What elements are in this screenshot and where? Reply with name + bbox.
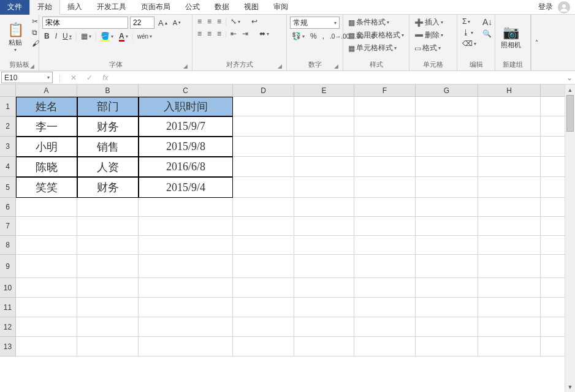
cell-G4[interactable] [416,157,478,177]
increase-indent-button[interactable]: ⇥ [240,29,250,39]
cell-B3[interactable]: 销售 [77,137,139,157]
cell-X9[interactable] [541,255,566,278]
fill-color-button[interactable]: 🪣▾ [99,31,115,41]
cell-F2[interactable] [354,116,416,137]
cell-A2[interactable]: 李一 [16,116,77,137]
cell-H6[interactable] [478,198,541,217]
font-size-input[interactable] [130,17,154,29]
cell-C10[interactable] [139,278,233,298]
tab-7[interactable]: 审阅 [266,0,295,15]
cell-H10[interactable] [478,278,541,298]
cell-C3[interactable]: 2015/9/8 [139,137,233,157]
cell-styles-button[interactable]: ▦单元格样式▾ [346,42,406,54]
border-button[interactable]: ▦▾ [79,31,93,41]
avatar[interactable] [558,1,570,13]
scroll-up-button[interactable]: ▲ [565,85,575,95]
cell-H3[interactable] [478,137,541,157]
cell-X2[interactable] [541,116,566,137]
cell-G6[interactable] [416,198,478,217]
cell-E4[interactable] [294,157,354,177]
find-select-button[interactable]: 🔍 [481,29,494,39]
cell-C6[interactable] [139,198,233,217]
cell-A10[interactable] [16,278,77,298]
column-header-E[interactable]: E [294,85,354,96]
tab-0[interactable]: 开始 [29,0,60,15]
row-header-11[interactable]: 11 [0,298,16,317]
cell-D9[interactable] [233,255,294,278]
camera-button[interactable]: 📷 照相机 [498,17,524,59]
cell-H2[interactable] [478,116,541,137]
row-header-4[interactable]: 4 [0,157,16,177]
wrap-text-button[interactable]: ↩ [249,17,259,26]
vertical-scrollbar[interactable]: ▲ ▼ [565,85,575,392]
column-header-F[interactable]: F [354,85,416,96]
cell-C2[interactable]: 2015/9/7 [139,116,233,137]
cell-F4[interactable] [354,157,416,177]
cell-D13[interactable] [233,337,294,356]
fill-button[interactable]: ⭳▾ [460,28,478,37]
row-header-10[interactable]: 10 [0,278,16,298]
cell-D7[interactable] [233,217,294,236]
cell-A11[interactable] [16,298,77,317]
row-header-13[interactable]: 13 [0,337,16,356]
cell-X13[interactable] [541,337,566,356]
merge-center-button[interactable]: ⬌▾ [257,29,271,39]
column-header-B[interactable]: B [77,85,139,96]
cell-E12[interactable] [294,317,354,337]
cell-F12[interactable] [354,317,416,337]
cell-C11[interactable] [139,298,233,317]
cell-F6[interactable] [354,198,416,217]
cell-H12[interactable] [478,317,541,337]
cell-F11[interactable] [354,298,416,317]
dialog-launcher-icon[interactable]: ◢ [278,63,282,69]
cell-A5[interactable]: 笑笑 [16,177,77,198]
cell-H11[interactable] [478,298,541,317]
cell-B4[interactable]: 人资 [77,157,139,177]
italic-button[interactable]: I [53,31,59,41]
cell-F5[interactable] [354,177,416,198]
cell-C7[interactable] [139,217,233,236]
row-header-8[interactable]: 8 [0,236,16,255]
dialog-launcher-icon[interactable]: ◢ [30,63,34,69]
cell-H7[interactable] [478,217,541,236]
select-all-corner[interactable] [0,85,16,96]
column-header-A[interactable]: A [16,85,77,96]
cell-X4[interactable] [541,157,566,177]
cell-G3[interactable] [416,137,478,157]
cell-F9[interactable] [354,255,416,278]
autosum-button[interactable]: Σ▾ [460,17,478,26]
comma-button[interactable]: , [321,31,326,41]
cell-C9[interactable] [139,255,233,278]
align-center-button[interactable]: ≡ [205,29,213,39]
cell-H13[interactable] [478,337,541,356]
cell-D11[interactable] [233,298,294,317]
cell-E6[interactable] [294,198,354,217]
file-tab[interactable]: 文件 [0,0,29,15]
row-header-3[interactable]: 3 [0,137,16,157]
scroll-down-button[interactable]: ▼ [565,382,575,392]
number-format-combo[interactable]: 常规▾ [290,17,340,29]
insert-function-button[interactable]: fx [97,74,113,82]
percent-button[interactable]: % [308,31,319,41]
format-cells-button[interactable]: ▭格式▾ [413,42,454,54]
cell-G7[interactable] [416,217,478,236]
cell-D6[interactable] [233,198,294,217]
bold-button[interactable]: B [42,31,51,41]
cell-X5[interactable] [541,177,566,198]
cell-X3[interactable] [541,137,566,157]
cell-E9[interactable] [294,255,354,278]
column-header-H[interactable]: H [478,85,541,96]
cell-D12[interactable] [233,317,294,337]
row-header-5[interactable]: 5 [0,177,16,198]
cell-C4[interactable]: 2016/6/8 [139,157,233,177]
cell-B2[interactable]: 财务 [77,116,139,137]
cell-E2[interactable] [294,116,354,137]
paste-button[interactable]: 📋 粘贴 ▾ [3,17,28,59]
cell-B1[interactable]: 部门 [77,97,139,116]
row-header-7[interactable]: 7 [0,217,16,236]
cell-A7[interactable] [16,217,77,236]
cell-G13[interactable] [416,337,478,356]
cell-A4[interactable]: 陈晓 [16,157,77,177]
cell-H1[interactable] [478,97,541,116]
accept-formula-button[interactable]: ✓ [82,74,97,82]
